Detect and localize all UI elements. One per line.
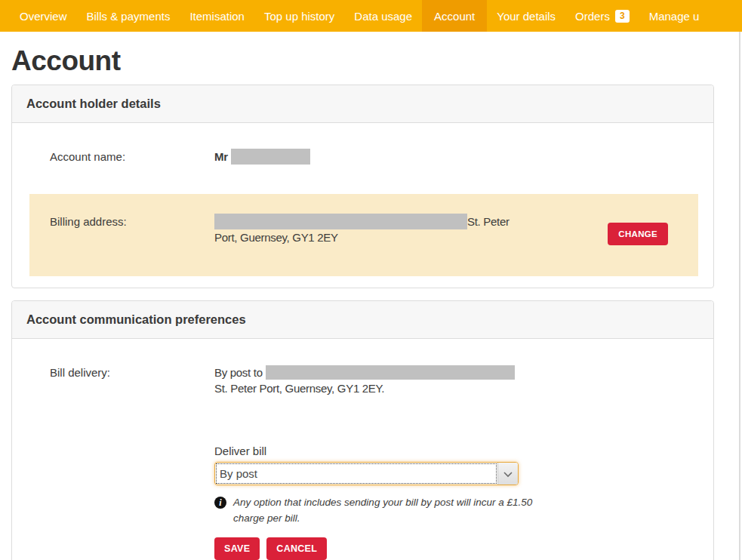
account-holder-panel: Account holder details Account name: Mr … (11, 85, 714, 288)
bill-delivery-row: Bill delivery: By post to St. Peter Port… (29, 365, 698, 396)
billing-address-actions: CHANGE (608, 214, 698, 254)
nav-tab-bills-payments[interactable]: Bills & payments (77, 0, 180, 32)
communication-panel-body: Bill delivery: By post to St. Peter Port… (12, 339, 713, 560)
bill-delivery-value: By post to St. Peter Port, Guernsey, GY1… (214, 365, 698, 396)
nav-tab-overview[interactable]: Overview (10, 0, 77, 32)
nav-tab-your-details[interactable]: Your details (487, 0, 565, 32)
page-title: Account (11, 45, 742, 77)
select-arrow-button[interactable] (497, 463, 518, 485)
nav-tab-orders[interactable]: Orders 3 (565, 0, 639, 32)
billing-address-value: St. Peter Port, Guernsey, GY1 2EY (214, 214, 608, 245)
nav-tab-manage-users[interactable]: Manage u (639, 0, 710, 32)
bill-delivery-line2: St. Peter Port, Guernsey, GY1 2EY. (214, 382, 384, 395)
nav-tab-itemisation[interactable]: Itemisation (180, 0, 254, 32)
billing-address-label: Billing address: (50, 214, 214, 228)
communication-panel-title: Account communication preferences (12, 301, 713, 339)
deliver-bill-field-label: Deliver bill (214, 445, 698, 457)
bill-delivery-prefix: By post to (214, 366, 263, 379)
orders-count-badge: 3 (615, 10, 630, 23)
scrollbar-track (739, 32, 740, 560)
save-button[interactable]: SAVE (214, 537, 260, 560)
form-buttons: SAVE CANCEL (214, 537, 698, 560)
deliver-bill-form: Deliver bill By post i Any option that i… (214, 445, 698, 560)
redacted-billing-address (214, 214, 467, 229)
billing-address-row: Billing address: St. Peter Port, Guernse… (29, 194, 698, 276)
account-name-prefix: Mr (214, 150, 228, 163)
account-holder-panel-title: Account holder details (12, 85, 713, 123)
billing-address-line1-suffix: St. Peter (467, 215, 510, 228)
account-holder-panel-body: Account name: Mr Billing address: St. Pe… (12, 123, 713, 288)
deliver-bill-select[interactable]: By post (214, 462, 519, 485)
nav-tab-data-usage[interactable]: Data usage (344, 0, 422, 32)
postage-charge-note: i Any option that includes sending your … (214, 495, 698, 527)
postage-charge-note-text: Any option that includes sending your bi… (233, 495, 535, 527)
deliver-bill-selected-option: By post (217, 464, 496, 483)
redacted-account-name (231, 149, 310, 165)
info-icon: i (214, 497, 226, 509)
nav-tab-orders-label: Orders (575, 10, 610, 23)
account-name-row: Account name: Mr (29, 149, 698, 165)
chevron-down-icon (503, 467, 513, 481)
billing-address-line2: Port, Guernsey, GY1 2EY (214, 231, 338, 244)
change-address-button[interactable]: CHANGE (608, 223, 668, 245)
top-nav: Overview Bills & payments Itemisation To… (0, 0, 742, 32)
redacted-delivery-address (266, 365, 515, 380)
account-name-value: Mr (214, 149, 698, 165)
account-name-label: Account name: (50, 149, 214, 163)
bill-delivery-label: Bill delivery: (50, 365, 214, 379)
cancel-button[interactable]: CANCEL (266, 537, 327, 560)
nav-tab-account[interactable]: Account (422, 0, 487, 32)
communication-preferences-panel: Account communication preferences Bill d… (11, 300, 714, 560)
nav-tab-top-up-history[interactable]: Top up history (254, 0, 344, 32)
